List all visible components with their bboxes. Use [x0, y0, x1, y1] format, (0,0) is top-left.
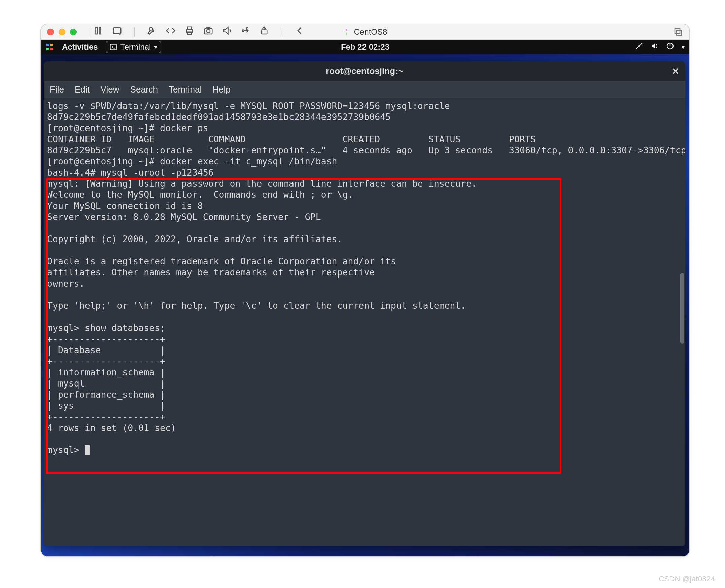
svg-rect-11: [675, 28, 680, 34]
host-titlebar-right: [673, 26, 683, 38]
terminal-menubar: File Edit View Search Terminal Help: [44, 81, 685, 98]
svg-rect-14: [51, 44, 53, 46]
desktop-background: root@centosjing:~ ✕ File Edit View Searc…: [41, 55, 689, 556]
app-menu[interactable]: Terminal ▾: [106, 41, 161, 53]
svg-point-7: [207, 29, 210, 33]
terminal-body[interactable]: logs -v $PWD/data:/var/lib/mysql -e MYSQ…: [44, 98, 685, 546]
share-icon[interactable]: [260, 25, 270, 38]
svg-rect-16: [51, 48, 53, 50]
host-toolbar: [93, 25, 305, 38]
svg-rect-4: [187, 27, 192, 29]
zoom-icon[interactable]: [70, 28, 77, 35]
volume-icon[interactable]: [222, 25, 232, 38]
menu-file[interactable]: File: [50, 84, 64, 95]
separator: [134, 27, 135, 37]
watermark: CSDN @jat0824: [659, 574, 715, 583]
terminal-title-text: root@centosjing:~: [326, 66, 403, 76]
usb-icon[interactable]: [241, 25, 251, 38]
menu-view[interactable]: View: [101, 84, 120, 95]
code-icon[interactable]: [166, 25, 176, 38]
terminal-titlebar[interactable]: root@centosjing:~ ✕: [44, 61, 685, 81]
pause-icon[interactable]: [93, 25, 103, 38]
terminal-output-highlighted: [root@centosjing ~]# docker exec -it c_m…: [47, 156, 477, 455]
window-multi-icon[interactable]: [673, 26, 683, 38]
volume-icon[interactable]: [651, 42, 659, 52]
close-icon[interactable]: ✕: [672, 66, 679, 76]
svg-rect-0: [96, 27, 98, 34]
network-icon[interactable]: [635, 42, 643, 52]
activities-button[interactable]: Activities: [62, 42, 98, 52]
svg-point-9: [242, 30, 244, 31]
close-icon[interactable]: [47, 28, 54, 35]
gnome-top-bar: Activities Terminal ▾ Feb 22 02:23 ▾: [41, 40, 689, 55]
activities-icon[interactable]: [46, 43, 54, 51]
vm-window-frame: CentOS8 Activities Terminal ▾ Feb 22 02:…: [40, 24, 690, 557]
terminal-output-top: logs -v $PWD/data:/var/lib/mysql -e MYSQ…: [47, 101, 685, 155]
app-menu-label: Terminal: [121, 42, 151, 52]
minimize-icon[interactable]: [59, 28, 65, 35]
printer-icon[interactable]: [184, 25, 195, 38]
scrollbar-thumb[interactable]: [680, 273, 684, 344]
chevron-down-icon: ▾: [154, 43, 157, 51]
centos-icon: [343, 28, 351, 36]
menu-edit[interactable]: Edit: [75, 84, 90, 95]
svg-rect-12: [677, 30, 682, 35]
separator: [89, 27, 90, 37]
host-titlebar: CentOS8: [41, 24, 689, 40]
chevron-down-icon[interactable]: ▾: [682, 43, 685, 51]
clock[interactable]: Feb 22 02:23: [341, 42, 389, 52]
svg-rect-13: [46, 44, 49, 46]
snapshot-icon[interactable]: [112, 25, 122, 38]
camera-icon[interactable]: [203, 25, 214, 38]
svg-rect-2: [114, 27, 121, 34]
terminal-cursor: [85, 445, 89, 455]
terminal-window: root@centosjing:~ ✕ File Edit View Searc…: [44, 61, 685, 546]
power-icon[interactable]: [666, 42, 674, 52]
svg-rect-15: [46, 48, 49, 50]
back-icon[interactable]: [295, 25, 305, 38]
traffic-lights: [47, 28, 77, 35]
menu-help[interactable]: Help: [213, 84, 230, 95]
host-vm-title: CentOS8: [343, 27, 387, 37]
menu-search[interactable]: Search: [130, 84, 158, 95]
menu-terminal[interactable]: Terminal: [169, 84, 202, 95]
svg-rect-1: [99, 27, 101, 34]
svg-rect-10: [261, 30, 267, 34]
host-vm-title-text: CentOS8: [354, 27, 387, 37]
wrench-icon[interactable]: [147, 25, 157, 38]
separator: [282, 27, 282, 37]
svg-rect-17: [110, 44, 117, 50]
